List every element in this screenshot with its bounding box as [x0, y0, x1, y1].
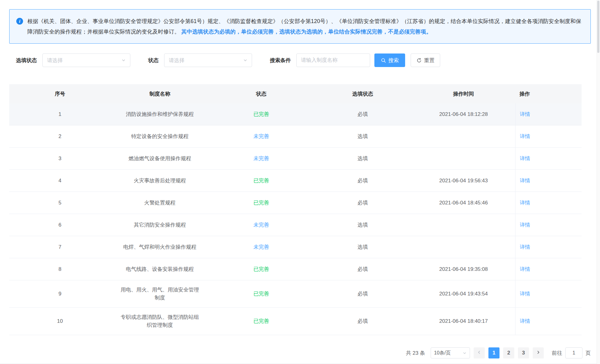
- action-cell: 详情: [515, 148, 582, 169]
- column-header-name: 制度名称: [111, 90, 209, 97]
- operation-time: [412, 242, 515, 253]
- operation-time: 2021-06-04 18:12:28: [412, 105, 515, 124]
- row-index: 8: [9, 260, 111, 279]
- required-text: 必填: [314, 312, 412, 331]
- search-condition-label: 搜索条件: [270, 57, 291, 64]
- required-text: 选填: [314, 216, 412, 235]
- rule-name: 火灾事故善后处理规程: [111, 171, 209, 190]
- detail-link[interactable]: 详情: [520, 177, 530, 185]
- column-header-status: 状态: [209, 90, 314, 97]
- action-cell: 详情: [515, 214, 582, 236]
- rule-name: 专职或志愿消防队、微型消防站组织管理制度: [111, 308, 209, 335]
- row-index: 9: [9, 284, 111, 303]
- row-index: 6: [9, 216, 111, 235]
- action-cell: 详情: [515, 258, 582, 280]
- action-cell: 详情: [515, 236, 582, 258]
- detail-link[interactable]: 详情: [520, 221, 530, 229]
- rule-name: 消防设施操作和维护保养规程: [111, 105, 209, 124]
- detail-link[interactable]: 详情: [520, 133, 530, 140]
- filter-bar: 选填状态 请选择 状态 请选择 搜索条件 搜索: [9, 53, 591, 67]
- action-cell: 详情: [515, 192, 582, 214]
- table-row: 10专职或志愿消防队、微型消防站组织管理制度已完善必填2021-06-04 18…: [9, 308, 582, 335]
- status-text: 已完善: [209, 312, 314, 331]
- next-page-button[interactable]: [533, 347, 544, 358]
- operation-time: 2021-06-04 19:43:54: [412, 284, 515, 303]
- row-index: 2: [9, 127, 111, 146]
- rule-name: 燃油燃气设备使用操作规程: [111, 149, 209, 168]
- page-button-3[interactable]: 3: [518, 347, 529, 358]
- status-text: 已完善: [209, 193, 314, 212]
- detail-link[interactable]: 详情: [520, 110, 530, 118]
- column-header-time: 操作时间: [412, 90, 515, 97]
- row-index: 4: [9, 171, 111, 190]
- goto-page-input[interactable]: [565, 347, 582, 358]
- status-select[interactable]: 请选择: [164, 53, 252, 67]
- page-button-1[interactable]: 1: [488, 347, 499, 358]
- status-text: 未完善: [209, 216, 314, 235]
- detail-link[interactable]: 详情: [520, 265, 530, 273]
- search-input[interactable]: [296, 53, 370, 67]
- action-cell: 详情: [515, 308, 582, 335]
- table-row: 4火灾事故善后处理规程已完善必填2021-06-04 19:56:43详情: [9, 170, 582, 192]
- chevron-right-icon: [536, 350, 540, 356]
- status-text: 未完善: [209, 127, 314, 146]
- row-index: 10: [9, 312, 111, 331]
- rule-name: 电焊、气焊和明火作业操作规程: [111, 238, 209, 257]
- operation-time: 2021-06-04 18:45:46: [412, 193, 515, 212]
- status-text: 已完善: [209, 105, 314, 124]
- goto-suffix: 页: [586, 350, 591, 357]
- detail-link[interactable]: 详情: [520, 155, 530, 163]
- action-cell: 详情: [515, 125, 582, 147]
- page-list: 123: [485, 347, 529, 358]
- action-cell: 详情: [515, 170, 582, 192]
- required-text: 必填: [314, 171, 412, 190]
- rules-table: 序号 制度名称 状态 选填状态 操作时间 操作 1消防设施操作和维护保养规程已完…: [9, 84, 582, 335]
- optional-status-placeholder: 请选择: [47, 57, 63, 64]
- column-header-index: 序号: [9, 90, 111, 97]
- status-placeholder: 请选择: [169, 57, 184, 64]
- table-row: 5火警处置规程已完善必填2021-06-04 18:45:46详情: [9, 192, 582, 214]
- status-text: 已完善: [209, 171, 314, 190]
- scrollbar-thumb[interactable]: [597, 1, 599, 53]
- table-row: 3燃油燃气设备使用操作规程未完善选填详情: [9, 148, 582, 170]
- reset-button[interactable]: 重置: [411, 53, 440, 67]
- optional-status-label: 选填状态: [16, 57, 37, 64]
- page: i 根据《机关、团体、企业、事业单位消防安全管理规定》公安部令第61号）规定、《…: [0, 0, 600, 364]
- column-header-action: 操作: [515, 90, 582, 97]
- operation-time: 2021-06-04 19:35:08: [412, 260, 515, 279]
- row-index: 1: [9, 105, 111, 124]
- operation-time: [412, 153, 515, 164]
- refresh-icon: [416, 58, 422, 63]
- table-header: 序号 制度名称 状态 选填状态 操作时间 操作: [9, 84, 582, 103]
- chevron-down-icon: [463, 351, 467, 355]
- prev-page-button[interactable]: [474, 347, 485, 358]
- rule-name: 其它消防安全操作规程: [111, 216, 209, 235]
- column-header-required: 选填状态: [314, 90, 412, 97]
- search-button[interactable]: 搜索: [374, 53, 405, 67]
- table-body: 1消防设施操作和维护保养规程已完善必填2021-06-04 18:12:28详情…: [9, 103, 582, 335]
- required-text: 选填: [314, 127, 412, 146]
- page-size-select[interactable]: 10条/页: [431, 347, 470, 358]
- goto-label: 前往: [552, 350, 562, 357]
- row-index: 7: [9, 238, 111, 257]
- pagination: 共 23 条 10条/页 123 前往 页: [9, 347, 591, 358]
- table-row: 2特定设备的安全操作规程未完善选填详情: [9, 125, 582, 148]
- detail-link[interactable]: 详情: [520, 290, 530, 298]
- page-button-2[interactable]: 2: [503, 347, 514, 358]
- optional-status-select[interactable]: 请选择: [42, 53, 130, 67]
- operation-time: [412, 131, 515, 142]
- rule-name: 用电、用火、用气、用油安全管理制度: [111, 280, 209, 307]
- detail-link[interactable]: 详情: [520, 243, 530, 251]
- table-row: 9用电、用火、用气、用油安全管理制度已完善必填2021-06-04 19:43:…: [9, 280, 582, 308]
- required-text: 必填: [314, 193, 412, 212]
- required-text: 必填: [314, 105, 412, 124]
- status-text: 未完善: [209, 238, 314, 257]
- row-index: 3: [9, 149, 111, 168]
- search-icon: [381, 58, 386, 63]
- detail-link[interactable]: 详情: [520, 317, 530, 325]
- detail-link[interactable]: 详情: [520, 199, 530, 207]
- rule-name: 火警处置规程: [111, 193, 209, 212]
- status-text: 未完善: [209, 149, 314, 168]
- scrollbar[interactable]: [597, 0, 600, 364]
- required-text: 必填: [314, 284, 412, 303]
